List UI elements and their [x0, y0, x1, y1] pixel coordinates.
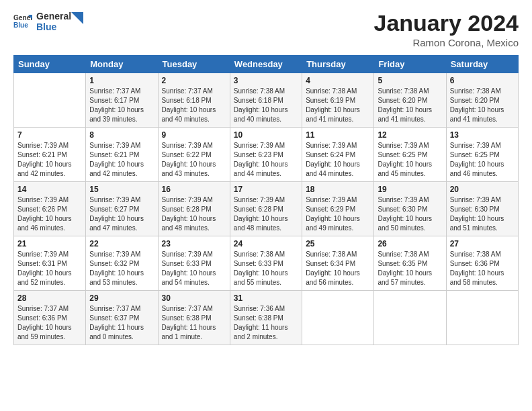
daylight-text: Daylight: 10 hours and 57 minutes. — [378, 269, 442, 287]
day-number: 1 — [89, 76, 154, 85]
sunset-text: Sunset: 6:24 PM — [306, 150, 370, 160]
day-info: Sunrise: 7:36 AMSunset: 6:38 PMDaylight:… — [234, 304, 298, 342]
day-number: 6 — [450, 76, 515, 85]
day-number: 26 — [378, 239, 442, 248]
sunrise-text: Sunrise: 7:39 AM — [17, 195, 82, 205]
svg-marker-3 — [71, 12, 83, 24]
day-number: 19 — [378, 185, 442, 194]
daylight-text: Daylight: 10 hours and 40 minutes. — [162, 105, 226, 124]
sunrise-text: Sunrise: 7:38 AM — [450, 250, 515, 259]
day-number: 4 — [306, 76, 370, 85]
day-info: Sunrise: 7:37 AMSunset: 6:38 PMDaylight:… — [162, 304, 226, 342]
calendar-cell — [446, 291, 518, 345]
sunrise-text: Sunrise: 7:39 AM — [17, 250, 82, 259]
calendar-cell — [302, 291, 374, 345]
sunset-text: Sunset: 6:26 PM — [17, 205, 82, 214]
sunrise-text: Sunrise: 7:38 AM — [234, 87, 298, 96]
daylight-text: Daylight: 10 hours and 50 minutes. — [378, 214, 442, 233]
calendar-cell: 26Sunrise: 7:38 AMSunset: 6:35 PMDayligh… — [374, 236, 446, 291]
calendar-cell: 17Sunrise: 7:39 AMSunset: 6:28 PMDayligh… — [230, 182, 302, 236]
daylight-text: Daylight: 10 hours and 48 minutes. — [234, 214, 298, 233]
sunrise-text: Sunrise: 7:39 AM — [378, 141, 442, 150]
calendar-cell: 14Sunrise: 7:39 AMSunset: 6:26 PMDayligh… — [14, 182, 86, 236]
day-number: 29 — [89, 293, 154, 303]
sunset-text: Sunset: 6:28 PM — [162, 205, 226, 214]
day-info: Sunrise: 7:39 AMSunset: 6:33 PMDaylight:… — [162, 250, 226, 287]
daylight-text: Daylight: 11 hours and 2 minutes. — [234, 323, 298, 342]
day-info: Sunrise: 7:39 AMSunset: 6:32 PMDaylight:… — [89, 250, 154, 287]
sunset-text: Sunset: 6:35 PM — [378, 259, 442, 269]
sunset-text: Sunset: 6:30 PM — [378, 205, 442, 214]
sunrise-text: Sunrise: 7:39 AM — [17, 141, 82, 150]
sunrise-text: Sunrise: 7:36 AM — [234, 304, 298, 314]
day-info: Sunrise: 7:38 AMSunset: 6:20 PMDaylight:… — [450, 87, 515, 124]
logo-text-general: General — [36, 11, 71, 21]
sunrise-text: Sunrise: 7:39 AM — [378, 195, 442, 205]
daylight-text: Daylight: 11 hours and 0 minutes. — [89, 323, 154, 342]
daylight-text: Daylight: 10 hours and 41 minutes. — [306, 105, 370, 124]
daylight-text: Daylight: 10 hours and 54 minutes. — [162, 269, 226, 287]
sunrise-text: Sunrise: 7:38 AM — [306, 250, 370, 259]
calendar-cell: 3Sunrise: 7:38 AMSunset: 6:18 PMDaylight… — [230, 73, 302, 128]
calendar-cell — [14, 73, 86, 128]
day-info: Sunrise: 7:39 AMSunset: 6:22 PMDaylight:… — [162, 141, 226, 179]
day-number: 23 — [162, 239, 226, 248]
calendar-cell: 9Sunrise: 7:39 AMSunset: 6:22 PMDaylight… — [158, 128, 230, 182]
sunset-text: Sunset: 6:19 PM — [306, 96, 370, 105]
calendar-cell: 10Sunrise: 7:39 AMSunset: 6:23 PMDayligh… — [230, 128, 302, 182]
calendar-cell: 7Sunrise: 7:39 AMSunset: 6:21 PMDaylight… — [14, 128, 86, 182]
sunrise-text: Sunrise: 7:39 AM — [306, 195, 370, 205]
calendar-week-row: 14Sunrise: 7:39 AMSunset: 6:26 PMDayligh… — [14, 182, 519, 236]
day-info: Sunrise: 7:38 AMSunset: 6:18 PMDaylight:… — [234, 87, 298, 124]
day-info: Sunrise: 7:39 AMSunset: 6:29 PMDaylight:… — [306, 195, 370, 233]
daylight-text: Daylight: 10 hours and 42 minutes. — [17, 160, 82, 179]
sunrise-text: Sunrise: 7:37 AM — [89, 304, 154, 314]
calendar-cell: 2Sunrise: 7:37 AMSunset: 6:18 PMDaylight… — [158, 73, 230, 128]
calendar-cell: 13Sunrise: 7:39 AMSunset: 6:25 PMDayligh… — [446, 128, 518, 182]
day-info: Sunrise: 7:39 AMSunset: 6:30 PMDaylight:… — [378, 195, 442, 233]
calendar-week-row: 21Sunrise: 7:39 AMSunset: 6:31 PMDayligh… — [14, 236, 519, 291]
sunrise-text: Sunrise: 7:38 AM — [378, 87, 442, 96]
day-number: 3 — [234, 76, 298, 85]
day-info: Sunrise: 7:39 AMSunset: 6:31 PMDaylight:… — [17, 250, 82, 287]
calendar-cell: 5Sunrise: 7:38 AMSunset: 6:20 PMDaylight… — [374, 73, 446, 128]
day-number: 18 — [306, 185, 370, 194]
day-info: Sunrise: 7:39 AMSunset: 6:26 PMDaylight:… — [17, 195, 82, 233]
daylight-text: Daylight: 10 hours and 53 minutes. — [89, 269, 154, 287]
sunset-text: Sunset: 6:27 PM — [89, 205, 154, 214]
sunset-text: Sunset: 6:20 PM — [450, 96, 515, 105]
sunrise-text: Sunrise: 7:39 AM — [162, 141, 226, 150]
sunrise-text: Sunrise: 7:39 AM — [162, 195, 226, 205]
day-number: 30 — [162, 293, 226, 303]
day-info: Sunrise: 7:39 AMSunset: 6:23 PMDaylight:… — [234, 141, 298, 179]
day-number: 20 — [450, 185, 515, 194]
day-number: 12 — [378, 130, 442, 140]
daylight-text: Daylight: 10 hours and 56 minutes. — [306, 269, 370, 287]
day-info: Sunrise: 7:39 AMSunset: 6:21 PMDaylight:… — [89, 141, 154, 179]
day-number: 5 — [378, 76, 442, 85]
calendar-week-row: 1Sunrise: 7:37 AMSunset: 6:17 PMDaylight… — [14, 73, 519, 128]
day-number: 13 — [450, 130, 515, 140]
sunset-text: Sunset: 6:21 PM — [89, 150, 154, 160]
sunrise-text: Sunrise: 7:37 AM — [89, 87, 154, 96]
sunset-text: Sunset: 6:33 PM — [234, 259, 298, 269]
daylight-text: Daylight: 10 hours and 43 minutes. — [162, 160, 226, 179]
sunrise-text: Sunrise: 7:39 AM — [450, 141, 515, 150]
calendar-cell: 19Sunrise: 7:39 AMSunset: 6:30 PMDayligh… — [374, 182, 446, 236]
sunrise-text: Sunrise: 7:39 AM — [89, 141, 154, 150]
day-info: Sunrise: 7:39 AMSunset: 6:24 PMDaylight:… — [306, 141, 370, 179]
sunrise-text: Sunrise: 7:39 AM — [89, 195, 154, 205]
calendar-cell — [374, 291, 446, 345]
sunset-text: Sunset: 6:31 PM — [17, 259, 82, 269]
calendar-cell: 22Sunrise: 7:39 AMSunset: 6:32 PMDayligh… — [86, 236, 158, 291]
daylight-text: Daylight: 10 hours and 39 minutes. — [89, 105, 154, 124]
sunset-text: Sunset: 6:17 PM — [89, 96, 154, 105]
weekday-header-saturday: Saturday — [446, 56, 518, 73]
daylight-text: Daylight: 10 hours and 49 minutes. — [306, 214, 370, 233]
daylight-text: Daylight: 10 hours and 52 minutes. — [17, 269, 82, 287]
calendar-cell: 1Sunrise: 7:37 AMSunset: 6:17 PMDaylight… — [86, 73, 158, 128]
calendar-week-row: 7Sunrise: 7:39 AMSunset: 6:21 PMDaylight… — [14, 128, 519, 182]
day-number: 21 — [17, 239, 82, 248]
sunrise-text: Sunrise: 7:38 AM — [450, 87, 515, 96]
daylight-text: Daylight: 10 hours and 47 minutes. — [89, 214, 154, 233]
